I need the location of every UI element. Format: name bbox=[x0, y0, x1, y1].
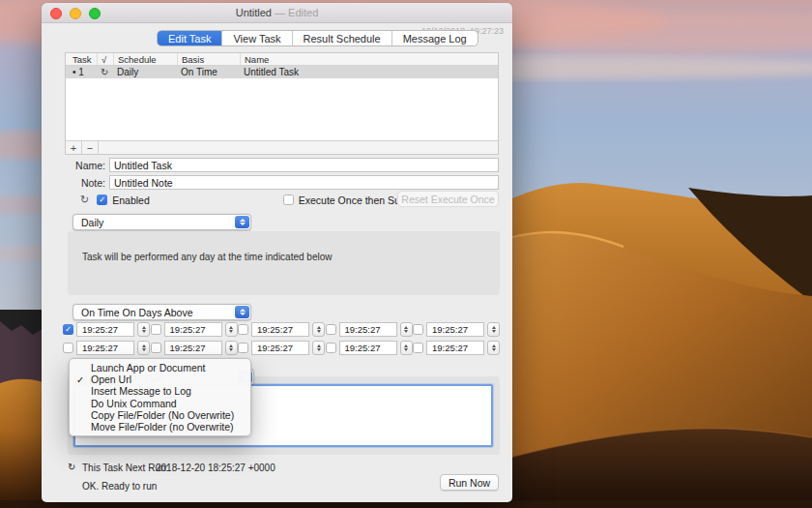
stepper-icon[interactable] bbox=[487, 341, 500, 355]
timing-basis-value: On Time On Days Above bbox=[81, 307, 193, 318]
time-input[interactable]: 19:25:27 bbox=[164, 322, 222, 337]
column-basis: Basis bbox=[177, 53, 240, 65]
menu-item-insert-message[interactable]: Insert Message to Log bbox=[70, 385, 250, 397]
menu-item-unix-command[interactable]: Do Unix Command bbox=[70, 398, 250, 409]
table-toolbar: + − bbox=[66, 140, 498, 154]
task-scheduler-window: Untitled — Edited 19/12/2018, 19:27:23 E… bbox=[42, 3, 512, 502]
time-checkbox[interactable] bbox=[63, 343, 73, 353]
schedule-description-panel bbox=[68, 231, 500, 295]
time-row-1: 19:25:27 19:25:27 19:25:27 19:25:27 19:2 bbox=[63, 322, 500, 337]
column-check: √ bbox=[97, 53, 113, 65]
menu-item-open-url[interactable]: ✓ Open Url bbox=[70, 374, 250, 385]
next-run-value: 2018-12-20 18:25:27 +0000 bbox=[156, 463, 276, 473]
time-slot: 19:25:27 bbox=[63, 322, 150, 337]
popup-arrows-icon bbox=[235, 306, 249, 318]
time-slot: 19:25:27 bbox=[63, 341, 150, 355]
action-type-menu: Launch App or Document ✓ Open Url Insert… bbox=[69, 358, 251, 436]
name-row: Name: Untitled Task bbox=[67, 158, 499, 172]
time-checkbox[interactable] bbox=[151, 343, 161, 353]
stepper-icon[interactable] bbox=[225, 341, 238, 355]
refresh-icon: ↻ bbox=[80, 194, 89, 206]
tab-view-task[interactable]: View Task bbox=[221, 31, 291, 45]
time-checkbox[interactable] bbox=[413, 343, 423, 353]
row-schedule: Daily bbox=[113, 66, 177, 78]
table-row[interactable]: • 1 ↻ Daily On Time Untitled Task bbox=[66, 66, 498, 78]
refresh-icon: ↻ bbox=[68, 462, 75, 472]
tab-edit-task[interactable]: Edit Task bbox=[158, 31, 221, 45]
time-input[interactable]: 19:25:27 bbox=[426, 341, 484, 355]
enabled-label: Enabled bbox=[112, 194, 150, 206]
column-task: Task bbox=[66, 53, 97, 65]
time-slot: 19:25:27 bbox=[151, 322, 238, 337]
time-input[interactable]: 19:25:27 bbox=[339, 341, 397, 355]
name-label: Name: bbox=[67, 160, 105, 171]
task-number: • 1 bbox=[66, 66, 97, 78]
row-basis: On Time bbox=[177, 66, 240, 78]
remove-task-button[interactable]: − bbox=[82, 141, 99, 154]
task-table-header: Task √ Schedule Basis Name bbox=[66, 53, 498, 66]
stepper-icon[interactable] bbox=[312, 322, 325, 337]
stepper-icon[interactable] bbox=[137, 322, 150, 337]
desktop: Untitled — Edited 19/12/2018, 19:27:23 E… bbox=[0, 0, 812, 508]
add-task-button[interactable]: + bbox=[66, 141, 82, 154]
stepper-icon[interactable] bbox=[400, 322, 413, 337]
stepper-icon[interactable] bbox=[137, 341, 150, 355]
time-slot: 19:25:27 bbox=[326, 322, 413, 337]
time-checkbox[interactable] bbox=[238, 324, 248, 335]
options-row: ↻ Enabled Execute Once then Suspend bbox=[80, 194, 427, 206]
column-name: Name bbox=[240, 53, 498, 65]
task-table[interactable]: Task √ Schedule Basis Name • 1 ↻ Daily O… bbox=[65, 52, 499, 155]
note-row: Note: Untitled Note bbox=[67, 175, 499, 190]
row-name: Untitled Task bbox=[240, 66, 498, 78]
time-input[interactable]: 19:25:27 bbox=[76, 322, 134, 337]
column-schedule: Schedule bbox=[113, 53, 177, 65]
note-input[interactable]: Untitled Note bbox=[109, 175, 499, 190]
stepper-icon[interactable] bbox=[400, 341, 413, 355]
menu-item-launch-app[interactable]: Launch App or Document bbox=[70, 362, 250, 374]
time-input[interactable]: 19:25:27 bbox=[339, 322, 397, 337]
time-checkbox[interactable] bbox=[238, 343, 248, 353]
time-slot: 19:25:27 bbox=[413, 341, 500, 355]
tab-message-log[interactable]: Message Log bbox=[392, 31, 478, 45]
schedule-description: Task will be performed any day at the ti… bbox=[82, 252, 332, 262]
tab-result-schedule[interactable]: Result Schedule bbox=[292, 31, 392, 45]
timing-basis-popup[interactable]: On Time On Days Above bbox=[72, 304, 251, 320]
window-title: Untitled — Edited bbox=[42, 7, 512, 18]
menu-checkmark-icon: ✓ bbox=[76, 374, 84, 385]
time-slot: 19:25:27 bbox=[413, 322, 500, 337]
time-checkbox[interactable] bbox=[151, 324, 161, 335]
reset-execute-once-button[interactable]: Reset Execute Once bbox=[397, 191, 499, 207]
time-input[interactable]: 19:25:27 bbox=[76, 341, 134, 355]
status-text: OK. Ready to run bbox=[82, 481, 157, 492]
schedule-type-popup[interactable]: Daily bbox=[72, 214, 251, 230]
schedule-type-value: Daily bbox=[81, 217, 103, 228]
time-checkbox[interactable] bbox=[413, 324, 423, 335]
name-input[interactable]: Untitled Task bbox=[109, 158, 499, 172]
repeat-icon: ↻ bbox=[97, 66, 113, 78]
time-row-2: 19:25:27 19:25:27 19:25:27 19:25:27 19:2 bbox=[63, 341, 500, 355]
popup-arrows-icon bbox=[235, 216, 249, 228]
time-input[interactable]: 19:25:27 bbox=[251, 322, 309, 337]
time-checkbox[interactable] bbox=[63, 324, 73, 335]
note-label: Note: bbox=[67, 177, 105, 189]
stepper-icon[interactable] bbox=[312, 341, 325, 355]
view-tabs: Edit Task View Task Result Schedule Mess… bbox=[157, 30, 478, 46]
menu-item-move-file[interactable]: Move File/Folder (no Overwrite) bbox=[70, 421, 250, 433]
enabled-checkbox[interactable] bbox=[97, 194, 107, 205]
titlebar[interactable]: Untitled — Edited bbox=[42, 3, 512, 23]
menu-item-copy-file[interactable]: Copy File/Folder (No Overwrite) bbox=[70, 409, 250, 421]
run-now-button[interactable]: Run Now bbox=[440, 474, 499, 491]
time-checkbox[interactable] bbox=[326, 324, 336, 335]
time-input[interactable]: 19:25:27 bbox=[251, 341, 309, 355]
time-input[interactable]: 19:25:27 bbox=[164, 341, 222, 355]
execute-once-checkbox[interactable] bbox=[283, 194, 294, 205]
time-slot: 19:25:27 bbox=[151, 341, 238, 355]
time-slot: 19:25:27 bbox=[326, 341, 413, 355]
time-input[interactable]: 19:25:27 bbox=[426, 322, 484, 337]
time-slot: 19:25:27 bbox=[238, 341, 325, 355]
stepper-icon[interactable] bbox=[487, 322, 500, 337]
stepper-icon[interactable] bbox=[225, 322, 238, 337]
time-slot: 19:25:27 bbox=[238, 322, 325, 337]
time-checkbox[interactable] bbox=[326, 343, 336, 353]
edited-indicator: — Edited bbox=[275, 7, 318, 18]
